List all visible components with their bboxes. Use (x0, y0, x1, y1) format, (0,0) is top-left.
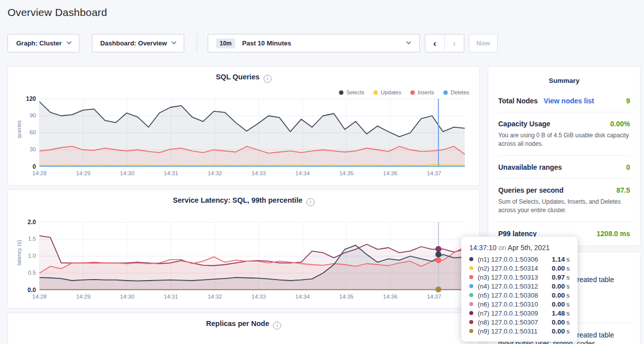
tooltip-node-value: 0.00 (552, 301, 565, 308)
tooltip-node-address: (n9) 127.0.0.1:50311 (478, 328, 538, 335)
node-color-dot-icon (469, 320, 473, 324)
x-axis-tick: 14:30 (115, 170, 140, 176)
tooltip-node-address: (n3) 127.0.0.1:50313 (478, 274, 538, 281)
y-axis-tick: 2.0 (15, 219, 36, 226)
info-icon[interactable]: i (307, 198, 315, 206)
time-forward-button[interactable]: › (444, 34, 464, 52)
capacity-description: You are using 0 B of 4.5 GiB usable disk… (498, 131, 630, 148)
tooltip-node-unit: s (567, 265, 570, 272)
chart-title: Service Latency: SQL, 99th percentilei (8, 196, 479, 206)
controls-bar: Graph: Cluster Dashboard: Overview 10m P… (0, 34, 644, 53)
chevron-down-icon (66, 39, 71, 44)
y-axis-tick: 0.0 (15, 287, 36, 294)
x-axis-tick: 14:32 (202, 170, 227, 176)
legend-item[interactable]: Deletes (443, 89, 469, 95)
tooltip-rows: (n1) 127.0.0.1:503061.14s(n2) 127.0.0.1:… (469, 255, 570, 336)
chart-title-text: Replicas per Node (206, 320, 270, 328)
qps-description: Sum of Selects, Updates, Inserts, and De… (498, 198, 630, 215)
tooltip-date: Apr 5th, 2021 (508, 244, 550, 252)
x-axis-tick: 14:34 (290, 294, 315, 300)
p99-latency-value: 1208.0 ms (597, 230, 630, 238)
service-latency-chart-card: Service Latency: SQL, 99th percentilei l… (7, 189, 480, 309)
tooltip-on-word: on (498, 244, 506, 252)
legend-item[interactable]: Updates (373, 89, 401, 95)
chevron-down-icon (406, 39, 411, 44)
capacity-value: 0.00% (610, 120, 630, 128)
time-back-button[interactable]: ‹ (425, 34, 445, 52)
tooltip-node-address: (n5) 127.0.0.1:50308 (478, 292, 538, 299)
legend-item[interactable]: Inserts (410, 89, 434, 95)
tooltip-time: 14:37:10 (469, 244, 497, 252)
tooltip-node-unit: s (567, 319, 570, 326)
node-color-dot-icon (469, 266, 473, 270)
tooltip-node-address: (n6) 127.0.0.1:50310 (478, 301, 538, 308)
tooltip-node-value: 1.14 (552, 256, 565, 263)
chart-hover-tooltip: 14:37:10 on Apr 5th, 2021 (n1) 127.0.0.1… (461, 237, 578, 342)
y-axis-tick: 0.5 (15, 270, 36, 276)
legend-item[interactable]: Selects (339, 89, 364, 95)
chevron-down-icon (172, 39, 177, 44)
view-nodes-list-link[interactable]: View nodes list (544, 97, 594, 105)
x-axis-tick: 14:32 (202, 294, 227, 300)
y-axis-tick: 120 (15, 95, 36, 102)
y-axis-tick: 0 (15, 163, 36, 170)
chart-svg (39, 222, 465, 290)
chart-svg (39, 99, 465, 167)
legend-label: Selects (346, 89, 364, 95)
summary-panel: Summary Total Nodes View nodes list 9 Ca… (488, 66, 641, 246)
info-icon[interactable]: i (273, 322, 281, 330)
info-icon[interactable]: i (264, 75, 272, 83)
chart-legend: SelectsUpdatesInsertsDeletes (339, 89, 469, 95)
x-axis-tick: 14:33 (246, 170, 271, 176)
node-color-dot-icon (469, 293, 473, 297)
tooltip-row: (n3) 127.0.0.1:503130.97s (469, 273, 570, 282)
tooltip-node-address: (n1) 127.0.0.1:50306 (478, 256, 538, 263)
x-axis-tick: 14:36 (378, 170, 403, 176)
summary-capacity: Capacity Usage 0.00% You are using 0 B o… (498, 112, 630, 156)
x-axis-tick: 14:30 (115, 294, 140, 300)
time-range-dropdown[interactable]: 10m Past 10 Minutes (208, 34, 420, 52)
unavailable-ranges-value: 0 (626, 163, 630, 171)
tooltip-node-value: 0.00 (552, 283, 565, 290)
legend-dot-icon (373, 90, 378, 95)
tooltip-node-address: (n7) 127.0.0.1:50309 (478, 310, 538, 317)
y-axis-tick: 30 (15, 146, 36, 152)
graph-dropdown[interactable]: Graph: Cluster (7, 34, 79, 52)
summary-body: Total Nodes View nodes list 9 Capacity U… (488, 84, 640, 245)
total-nodes-label: Total Nodes (498, 97, 538, 105)
tooltip-node-value: 0.00 (552, 319, 565, 326)
tooltip-node-address: (n4) 127.0.0.1:50312 (478, 283, 538, 290)
page-title: Overview Dashboard (7, 6, 107, 18)
tooltip-row: (n9) 127.0.0.1:503110.00s (469, 327, 570, 336)
node-color-dot-icon (469, 284, 473, 288)
sql-queries-chart-card: SQL Queriesi SelectsUpdatesInsertsDelete… (7, 66, 480, 186)
tooltip-node-address: (n2) 127.0.0.1:50314 (478, 265, 538, 272)
tooltip-row: (n5) 127.0.0.1:503080.00s (469, 291, 570, 300)
x-axis-tick: 14:36 (378, 294, 403, 300)
tooltip-node-value: 1.48 (552, 310, 565, 317)
x-axis-tick: 14:28 (27, 170, 52, 176)
node-color-dot-icon (469, 311, 473, 315)
node-color-dot-icon (469, 275, 473, 279)
legend-dot-icon (410, 90, 415, 95)
tooltip-header: 14:37:10 on Apr 5th, 2021 (469, 244, 570, 252)
y-axis-tick: 60 (15, 129, 36, 135)
dashboard-dropdown[interactable]: Dashboard: Overview (92, 34, 184, 52)
tooltip-node-value: 0.00 (552, 328, 565, 335)
legend-dot-icon (443, 90, 448, 95)
tooltip-node-value: 0.97 (552, 274, 565, 281)
chart-title-text: Service Latency: SQL, 99th percentile (173, 196, 303, 204)
tooltip-row: (n8) 127.0.0.1:503070.00s (469, 318, 570, 327)
service-latency-plot[interactable] (39, 222, 465, 290)
sql-queries-plot[interactable] (39, 99, 465, 167)
node-color-dot-icon (469, 302, 473, 306)
now-button[interactable]: Now (469, 34, 498, 52)
time-range-badge: 10m (216, 38, 235, 48)
y-axis-tick: 90 (15, 112, 36, 118)
chart-title: Replicas per Nodei (8, 320, 479, 330)
x-axis-tick: 14:31 (159, 170, 184, 176)
summary-unavailable-ranges: Unavailable ranges 0 (498, 156, 630, 179)
chart-title-text: SQL Queries (216, 73, 260, 81)
x-axis-tick: 14:29 (71, 170, 96, 176)
x-axis-tick: 14:37 (422, 294, 447, 300)
